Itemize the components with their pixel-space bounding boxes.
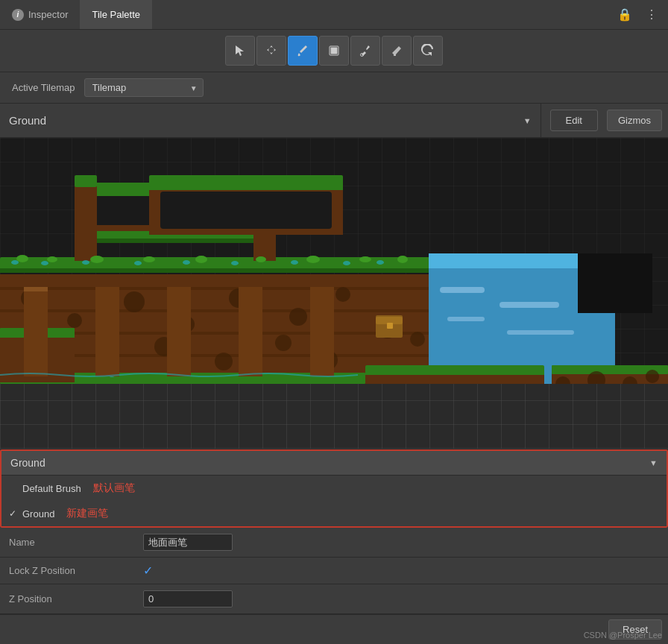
palette-dropdown-arrow: ▼ (523, 116, 532, 125)
svg-rect-9 (0, 268, 432, 273)
svg-point-65 (306, 256, 320, 263)
svg-point-56 (646, 370, 659, 383)
active-tilemap-row: Active Tilemap Tilemap (0, 72, 668, 104)
bottom-panel: Ground ▼ Default Brush 默认画笔 Ground 新建画笔 … (0, 449, 668, 644)
tab-inspector[interactable]: i Inspector (0, 0, 80, 29)
svg-point-23 (335, 287, 350, 302)
box-fill-tool-button[interactable] (319, 36, 349, 66)
name-field-label: Name (9, 537, 143, 548)
tilemap-dropdown[interactable]: Tilemap (84, 78, 204, 97)
svg-point-67 (397, 256, 408, 263)
svg-rect-88 (95, 287, 119, 376)
ground-label: Ground (22, 508, 54, 520)
tab-tile-palette[interactable]: Tile Palette (80, 0, 152, 29)
svg-marker-0 (236, 45, 244, 56)
brush-tool-button[interactable] (288, 36, 318, 66)
brush-dropdown-items: Default Brush 默认画笔 Ground 新建画笔 (1, 476, 667, 526)
watermark: CSDN @Prosper Lee (584, 631, 662, 640)
svg-point-76 (376, 260, 384, 265)
z-position-field-input[interactable] (143, 590, 233, 607)
ground-bar: Ground ▼ Edit Gizmos (0, 104, 668, 138)
svg-point-73 (231, 261, 239, 265)
eraser-tool-button[interactable] (382, 36, 412, 66)
move-tool-button[interactable] (256, 36, 286, 66)
svg-point-64 (256, 256, 266, 262)
svg-rect-49 (507, 330, 574, 335)
field-row-z-position: Z Position (0, 584, 668, 614)
lock-button[interactable]: 🔒 (614, 4, 635, 25)
canvas-area[interactable] (0, 138, 668, 449)
brush-icon (296, 44, 309, 57)
lock-z-checkmark: ✓ (143, 564, 659, 578)
svg-point-31 (410, 332, 425, 347)
svg-point-70 (82, 260, 89, 265)
svg-rect-89 (167, 287, 191, 376)
svg-rect-41 (75, 175, 97, 187)
svg-point-61 (90, 256, 104, 263)
svg-point-62 (143, 256, 155, 262)
svg-point-72 (183, 260, 190, 265)
svg-rect-11 (75, 239, 268, 243)
svg-rect-50 (578, 253, 652, 313)
svg-rect-91 (310, 287, 334, 376)
more-menu-button[interactable]: ⋮ (641, 4, 662, 25)
rotate-tool-button[interactable] (413, 36, 443, 66)
select-tool-button[interactable] (225, 36, 255, 66)
reset-row: Reset (0, 614, 668, 644)
svg-rect-3 (331, 48, 337, 54)
svg-point-22 (289, 308, 307, 326)
svg-point-59 (16, 255, 28, 262)
tab-inspector-label: Inspector (28, 9, 68, 20)
svg-marker-1 (267, 45, 276, 54)
ground-annotation: 新建画笔 (66, 507, 108, 520)
svg-rect-47 (500, 302, 559, 308)
svg-point-19 (124, 291, 145, 312)
svg-rect-87 (24, 287, 48, 291)
active-tilemap-label: Active Tilemap (12, 82, 75, 93)
svg-rect-14 (0, 309, 432, 312)
brush-dropdown-overlay: Ground ▼ Default Brush 默认画笔 Ground 新建画笔 (0, 449, 668, 528)
svg-point-60 (47, 256, 57, 262)
name-field-input[interactable] (143, 534, 233, 551)
eyedropper-tool-button[interactable] (350, 36, 380, 66)
eraser-icon (390, 44, 403, 57)
lock-z-field-label: Lock Z Position (9, 565, 143, 576)
svg-point-28 (215, 353, 233, 370)
tile-palette-svg (0, 138, 668, 384)
inspector-section: Name Lock Z Position ✓ Z Position (0, 528, 668, 614)
default-brush-annotation: 默认画笔 (93, 482, 135, 495)
svg-point-68 (11, 260, 19, 265)
edit-button[interactable]: Edit (550, 110, 598, 131)
palette-dropdown-button[interactable]: Ground ▼ (0, 104, 541, 137)
dropdown-item-default-brush[interactable]: Default Brush 默认画笔 (1, 476, 667, 501)
svg-point-71 (134, 261, 142, 265)
tab-tile-palette-label: Tile Palette (92, 9, 140, 20)
main-layout: i Inspector Tile Palette 🔒 ⋮ (0, 0, 668, 644)
svg-rect-46 (440, 287, 485, 293)
svg-point-18 (67, 313, 82, 328)
tilemap-dropdown-wrapper[interactable]: Tilemap (84, 78, 204, 97)
svg-rect-36 (75, 179, 97, 261)
svg-point-29 (275, 335, 292, 351)
z-position-field-label: Z Position (9, 593, 143, 604)
tab-bar: i Inspector Tile Palette 🔒 ⋮ (0, 0, 668, 30)
svg-rect-90 (239, 287, 262, 376)
brush-dropdown-arrow: ▼ (649, 458, 658, 467)
rotate-icon (421, 44, 435, 57)
field-row-lock-z: Lock Z Position ✓ (0, 558, 668, 584)
svg-rect-86 (24, 287, 48, 376)
gizmos-button[interactable]: Gizmos (607, 110, 662, 131)
svg-rect-48 (447, 317, 485, 321)
select-icon (233, 44, 247, 57)
toolbar (0, 30, 668, 72)
svg-point-66 (359, 256, 371, 262)
brush-dropdown-header[interactable]: Ground ▼ (1, 451, 667, 476)
svg-rect-83 (387, 323, 393, 329)
svg-point-69 (41, 261, 48, 265)
brush-dropdown-selected: Ground (10, 457, 649, 469)
svg-point-74 (291, 260, 298, 265)
eyedropper-icon (359, 44, 372, 57)
svg-rect-43 (149, 175, 343, 187)
dropdown-item-ground[interactable]: Ground 新建画笔 (1, 501, 667, 526)
svg-rect-58 (365, 375, 544, 384)
